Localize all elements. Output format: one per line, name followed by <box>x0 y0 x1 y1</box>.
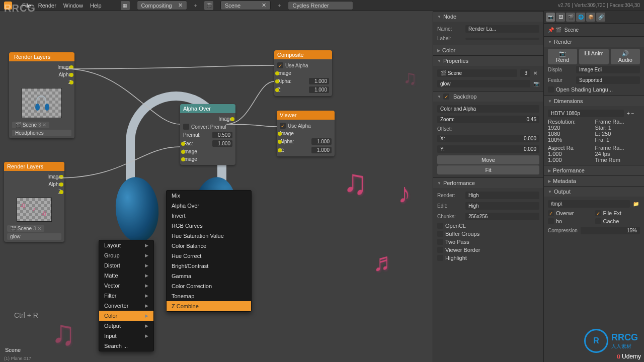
section-render[interactable]: Render <box>544 36 644 47</box>
ctx-item-layout[interactable]: Layout▶ <box>99 240 153 250</box>
ctx-item-search[interactable]: Search ... <box>99 341 153 351</box>
ctx-sub-hue-sat[interactable]: Hue Saturation Value <box>167 231 251 241</box>
node-header[interactable]: Render Layers <box>9 52 74 61</box>
zoom-field[interactable]: Zoom:0.45 <box>437 116 539 123</box>
ctx-sub-gamma[interactable]: Gamma <box>167 271 251 281</box>
ctx-item-group[interactable]: Group▶ <box>99 250 153 260</box>
time-remap-field[interactable]: Time Rem <box>595 157 640 163</box>
file-ext-checkbox[interactable] <box>595 210 601 216</box>
ctx-item-filter[interactable]: Filter▶ <box>99 291 153 301</box>
node-scene-field[interactable]: 🎬 Scene 3 ✕ <box>12 122 49 128</box>
node-header[interactable]: Alpha Over <box>180 104 235 113</box>
ctx-item-distort[interactable]: Distort▶ <box>99 260 153 270</box>
ctx-sub-mix[interactable]: Mix <box>167 191 251 201</box>
output-path-field[interactable]: /tmp\ <box>548 200 630 208</box>
node-header[interactable]: Composite <box>274 50 332 59</box>
ctx-sub-rgb-curves[interactable]: RGB Curves <box>167 221 251 231</box>
layout-grid-icon[interactable]: ▦ <box>121 1 130 10</box>
tab-layers-icon[interactable]: 🖼 <box>556 13 565 22</box>
res-x-field[interactable]: 1920 <box>548 125 593 131</box>
frame-step-field[interactable]: Fra: 1 <box>595 137 640 143</box>
ctx-item-input[interactable]: Input▶ <box>99 331 153 341</box>
highlight-checkbox[interactable] <box>437 255 443 261</box>
node-alpha-over[interactable]: Alpha Over Image Convert Premul Premul:0… <box>180 104 235 165</box>
scene-icon[interactable]: 🎬 <box>204 1 213 10</box>
feature-set[interactable]: Supported <box>576 76 640 84</box>
two-pass-checkbox[interactable] <box>437 239 443 245</box>
offset-y-field[interactable]: Y:0.000 <box>437 145 539 153</box>
aspect-y-field[interactable]: 1.000 <box>548 157 593 163</box>
ctx-sub-tonemap[interactable]: Tonemap <box>167 291 251 301</box>
res-pct-field[interactable]: 100% <box>548 137 593 143</box>
tab-link-icon[interactable]: 🔗 <box>596 13 605 22</box>
ctx-sub-hue-correct[interactable]: Hue Correct <box>167 251 251 261</box>
section-node[interactable]: Node <box>433 11 543 22</box>
offset-x-field[interactable]: X:0.000 <box>437 135 539 142</box>
tab-world-icon[interactable]: 🌐 <box>576 13 585 22</box>
screen-layout-dropdown[interactable]: Compositing✕ <box>137 1 187 10</box>
node-name-field[interactable]: Render La... <box>465 25 539 33</box>
section-output[interactable]: Output <box>544 186 644 197</box>
ctx-sub-invert[interactable]: Invert <box>167 211 251 221</box>
aspect-x-field[interactable]: 1.000 <box>548 151 593 157</box>
placeholder-checkbox[interactable] <box>548 218 554 224</box>
render-quality[interactable]: High <box>465 192 539 199</box>
section-performance[interactable]: Performance <box>433 177 543 188</box>
ctx-item-vector[interactable]: Vector▶ <box>99 281 153 291</box>
osl-checkbox[interactable] <box>548 86 554 93</box>
render-preset[interactable]: HDTV 1080p <box>548 110 624 117</box>
layer-field[interactable]: glow <box>437 80 530 87</box>
frame-end-field[interactable]: E: 250 <box>595 131 640 137</box>
viewer-border-checkbox[interactable] <box>437 247 443 253</box>
use-alpha-checkbox[interactable] <box>280 123 286 129</box>
node-composite[interactable]: Composite Use Alpha Image Alpha:1.000 Z:… <box>274 50 332 96</box>
move-button[interactable]: Move <box>437 155 539 164</box>
section-backdrop[interactable]: Backdrop <box>433 91 543 102</box>
ctx-sub-alpha-over[interactable]: Alpha Over <box>167 201 251 211</box>
ctx-sub-color-correction[interactable]: Color Correction <box>167 281 251 291</box>
node-render-layers-2[interactable]: Render Layers Image Alpha Z ♫ ♪ ♫ 🎬 Scen… <box>4 162 64 242</box>
ctx-item-converter[interactable]: Converter▶ <box>99 301 153 311</box>
opencl-checkbox[interactable] <box>437 223 443 229</box>
node-header[interactable]: Render Layers <box>4 162 64 171</box>
ctx-item-color[interactable]: Color▶ <box>99 311 153 321</box>
tab-scene-icon[interactable]: 🎬 <box>566 13 575 22</box>
overwrite-checkbox[interactable] <box>548 210 554 216</box>
node-editor-area[interactable]: ♫ ♪ ♫ ♬ ♪ ♫ ♫ Render Layers Image Alpha … <box>0 11 433 362</box>
animation-button[interactable]: 🎞 Anim <box>579 49 608 64</box>
node-header[interactable]: Viewer <box>277 111 335 120</box>
section-performance-2[interactable]: Performance <box>544 165 644 175</box>
fit-button[interactable]: Fit <box>437 165 539 174</box>
section-metadata[interactable]: Metadata <box>544 175 644 186</box>
node-layer-field[interactable]: Headphones <box>12 130 71 136</box>
frame-start-field[interactable]: Star: 1 <box>595 125 640 131</box>
menu-window[interactable]: Window <box>63 3 83 9</box>
cache-checkbox[interactable] <box>595 218 601 224</box>
tab-object-icon[interactable]: 📦 <box>586 13 595 22</box>
backdrop-channel[interactable]: Color and Alpha <box>437 105 539 113</box>
node-label-field[interactable] <box>465 38 539 40</box>
render-button[interactable]: 📷 Rend <box>548 49 577 64</box>
res-y-field[interactable]: 1080 <box>548 131 593 137</box>
compression-field[interactable]: 15% <box>581 227 640 234</box>
section-dimensions[interactable]: Dimensions <box>544 96 644 106</box>
section-color[interactable]: Color <box>433 45 543 55</box>
edit-quality[interactable]: High <box>465 202 539 210</box>
fps-field[interactable]: 24 fps <box>595 151 640 157</box>
use-alpha-checkbox[interactable] <box>277 62 283 68</box>
render-engine-dropdown[interactable]: Cycles Render <box>288 1 353 10</box>
ctx-item-output[interactable]: Output▶ <box>99 321 153 331</box>
scene-field[interactable]: 🎬 Scene <box>437 69 517 77</box>
display-mode[interactable]: Image Edi <box>576 66 640 73</box>
node-layer-field[interactable]: glow <box>7 233 61 240</box>
ctx-sub-bright-contrast[interactable]: Bright/Contrast <box>167 261 251 271</box>
breadcrumb-scene[interactable]: Scene <box>565 27 579 33</box>
menu-render[interactable]: Render <box>38 3 56 9</box>
chunks-field[interactable]: 256x256 <box>465 213 539 220</box>
section-properties[interactable]: Properties <box>433 55 543 66</box>
ctx-sub-z-combine[interactable]: Z Combine <box>167 301 251 311</box>
scene-dropdown[interactable]: Scene✕ <box>220 1 271 10</box>
node-viewer[interactable]: Viewer Use Alpha Image Alpha:1.000 Z:1.0… <box>277 111 335 156</box>
ctx-item-matte[interactable]: Matte▶ <box>99 270 153 281</box>
tab-render-icon[interactable]: 📷 <box>546 13 555 22</box>
